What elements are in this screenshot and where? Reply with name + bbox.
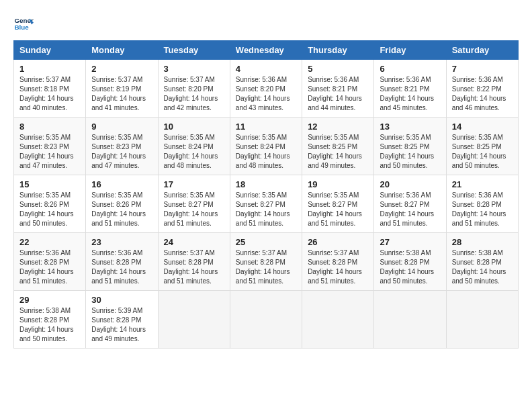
day-number: 4	[236, 64, 296, 74]
logo-icon: General Blue	[13, 13, 34, 34]
col-header-monday: Monday	[86, 41, 158, 60]
calendar-cell: 4 Sunrise: 5:36 AMSunset: 8:20 PMDayligh…	[230, 60, 302, 118]
day-number: 15	[19, 179, 80, 189]
col-header-wednesday: Wednesday	[230, 41, 302, 60]
logo: General Blue	[13, 13, 34, 34]
calendar-week-row: 29 Sunrise: 5:38 AMSunset: 8:28 PMDaylig…	[14, 291, 519, 349]
day-info: Sunrise: 5:36 AMSunset: 8:28 PMDaylight:…	[91, 249, 146, 285]
calendar-cell: 9 Sunrise: 5:35 AMSunset: 8:23 PMDayligh…	[86, 118, 158, 175]
day-number: 9	[91, 122, 152, 132]
day-info: Sunrise: 5:35 AMSunset: 8:25 PMDaylight:…	[452, 134, 506, 169]
calendar-cell: 26 Sunrise: 5:37 AMSunset: 8:28 PMDaylig…	[302, 233, 374, 291]
day-number: 19	[308, 179, 368, 189]
day-number: 26	[308, 237, 368, 247]
calendar-cell: 28 Sunrise: 5:38 AMSunset: 8:28 PMDaylig…	[446, 233, 518, 291]
col-header-thursday: Thursday	[302, 41, 374, 60]
calendar-week-row: 22 Sunrise: 5:36 AMSunset: 8:28 PMDaylig…	[14, 233, 519, 291]
day-number: 10	[164, 122, 224, 132]
calendar-cell: 8 Sunrise: 5:35 AMSunset: 8:23 PMDayligh…	[14, 118, 86, 175]
day-number: 21	[452, 179, 513, 189]
day-number: 12	[308, 122, 368, 132]
day-info: Sunrise: 5:37 AMSunset: 8:18 PMDaylight:…	[19, 76, 74, 111]
calendar-cell: 1 Sunrise: 5:37 AMSunset: 8:18 PMDayligh…	[14, 60, 86, 118]
day-info: Sunrise: 5:35 AMSunset: 8:27 PMDaylight:…	[236, 191, 290, 227]
day-number: 22	[19, 237, 80, 247]
day-number: 7	[452, 64, 513, 74]
calendar-cell	[374, 291, 446, 349]
calendar-cell: 20 Sunrise: 5:36 AMSunset: 8:27 PMDaylig…	[374, 175, 446, 233]
day-info: Sunrise: 5:36 AMSunset: 8:22 PMDaylight:…	[452, 76, 506, 111]
day-number: 27	[380, 237, 440, 247]
day-number: 18	[236, 179, 296, 189]
calendar-cell: 3 Sunrise: 5:37 AMSunset: 8:20 PMDayligh…	[158, 60, 230, 118]
col-header-friday: Friday	[374, 41, 446, 60]
calendar-cell: 21 Sunrise: 5:36 AMSunset: 8:28 PMDaylig…	[446, 175, 518, 233]
calendar-cell: 29 Sunrise: 5:38 AMSunset: 8:28 PMDaylig…	[14, 291, 86, 349]
calendar-week-row: 15 Sunrise: 5:35 AMSunset: 8:26 PMDaylig…	[14, 175, 519, 233]
calendar-header-row: SundayMondayTuesdayWednesdayThursdayFrid…	[14, 41, 519, 60]
day-info: Sunrise: 5:37 AMSunset: 8:20 PMDaylight:…	[164, 76, 218, 111]
day-info: Sunrise: 5:38 AMSunset: 8:28 PMDaylight:…	[380, 249, 434, 285]
calendar-week-row: 8 Sunrise: 5:35 AMSunset: 8:23 PMDayligh…	[14, 118, 519, 175]
calendar-table: SundayMondayTuesdayWednesdayThursdayFrid…	[13, 40, 519, 349]
day-number: 25	[236, 237, 296, 247]
calendar-cell: 17 Sunrise: 5:35 AMSunset: 8:27 PMDaylig…	[158, 175, 230, 233]
day-info: Sunrise: 5:35 AMSunset: 8:25 PMDaylight:…	[380, 134, 434, 169]
calendar-cell: 11 Sunrise: 5:35 AMSunset: 8:24 PMDaylig…	[230, 118, 302, 175]
day-number: 5	[308, 64, 368, 74]
calendar-cell: 23 Sunrise: 5:36 AMSunset: 8:28 PMDaylig…	[86, 233, 158, 291]
day-info: Sunrise: 5:36 AMSunset: 8:20 PMDaylight:…	[236, 76, 290, 111]
day-number: 11	[236, 122, 296, 132]
calendar-cell: 19 Sunrise: 5:35 AMSunset: 8:27 PMDaylig…	[302, 175, 374, 233]
calendar-cell: 5 Sunrise: 5:36 AMSunset: 8:21 PMDayligh…	[302, 60, 374, 118]
col-header-saturday: Saturday	[446, 41, 518, 60]
calendar-cell: 30 Sunrise: 5:39 AMSunset: 8:28 PMDaylig…	[86, 291, 158, 349]
day-info: Sunrise: 5:37 AMSunset: 8:28 PMDaylight:…	[308, 249, 362, 285]
page-header: General Blue	[13, 13, 519, 34]
calendar-cell: 18 Sunrise: 5:35 AMSunset: 8:27 PMDaylig…	[230, 175, 302, 233]
calendar-cell: 13 Sunrise: 5:35 AMSunset: 8:25 PMDaylig…	[374, 118, 446, 175]
col-header-tuesday: Tuesday	[158, 41, 230, 60]
day-number: 2	[91, 64, 152, 74]
day-number: 1	[19, 64, 80, 74]
day-number: 29	[19, 295, 80, 305]
calendar-cell: 7 Sunrise: 5:36 AMSunset: 8:22 PMDayligh…	[446, 60, 518, 118]
calendar-cell	[230, 291, 302, 349]
day-info: Sunrise: 5:35 AMSunset: 8:23 PMDaylight:…	[19, 134, 74, 169]
day-number: 8	[19, 122, 80, 132]
day-number: 17	[164, 179, 224, 189]
calendar-cell: 15 Sunrise: 5:35 AMSunset: 8:26 PMDaylig…	[14, 175, 86, 233]
day-info: Sunrise: 5:37 AMSunset: 8:28 PMDaylight:…	[164, 249, 218, 285]
calendar-cell: 16 Sunrise: 5:35 AMSunset: 8:26 PMDaylig…	[86, 175, 158, 233]
day-info: Sunrise: 5:35 AMSunset: 8:26 PMDaylight:…	[19, 191, 74, 227]
calendar-cell	[302, 291, 374, 349]
day-info: Sunrise: 5:38 AMSunset: 8:28 PMDaylight:…	[452, 249, 506, 285]
day-info: Sunrise: 5:35 AMSunset: 8:24 PMDaylight:…	[164, 134, 218, 169]
calendar-week-row: 1 Sunrise: 5:37 AMSunset: 8:18 PMDayligh…	[14, 60, 519, 118]
calendar-cell: 25 Sunrise: 5:37 AMSunset: 8:28 PMDaylig…	[230, 233, 302, 291]
day-number: 30	[91, 295, 152, 305]
day-info: Sunrise: 5:35 AMSunset: 8:25 PMDaylight:…	[308, 134, 362, 169]
calendar-cell: 22 Sunrise: 5:36 AMSunset: 8:28 PMDaylig…	[14, 233, 86, 291]
day-info: Sunrise: 5:36 AMSunset: 8:28 PMDaylight:…	[452, 191, 506, 227]
calendar-cell: 27 Sunrise: 5:38 AMSunset: 8:28 PMDaylig…	[374, 233, 446, 291]
day-info: Sunrise: 5:35 AMSunset: 8:23 PMDaylight:…	[91, 134, 146, 169]
day-info: Sunrise: 5:37 AMSunset: 8:19 PMDaylight:…	[91, 76, 146, 111]
calendar-cell: 6 Sunrise: 5:36 AMSunset: 8:21 PMDayligh…	[374, 60, 446, 118]
calendar-cell	[158, 291, 230, 349]
day-info: Sunrise: 5:36 AMSunset: 8:21 PMDaylight:…	[308, 76, 362, 111]
calendar-cell	[446, 291, 518, 349]
day-number: 23	[91, 237, 152, 247]
day-info: Sunrise: 5:35 AMSunset: 8:24 PMDaylight:…	[236, 134, 290, 169]
day-number: 13	[380, 122, 440, 132]
day-number: 28	[452, 237, 513, 247]
svg-text:Blue: Blue	[15, 24, 30, 31]
day-info: Sunrise: 5:35 AMSunset: 8:27 PMDaylight:…	[308, 191, 362, 227]
day-number: 24	[164, 237, 224, 247]
day-info: Sunrise: 5:36 AMSunset: 8:28 PMDaylight:…	[19, 249, 74, 285]
day-info: Sunrise: 5:36 AMSunset: 8:21 PMDaylight:…	[380, 76, 434, 111]
calendar-cell: 12 Sunrise: 5:35 AMSunset: 8:25 PMDaylig…	[302, 118, 374, 175]
day-number: 20	[380, 179, 440, 189]
day-number: 3	[164, 64, 224, 74]
calendar-cell: 2 Sunrise: 5:37 AMSunset: 8:19 PMDayligh…	[86, 60, 158, 118]
